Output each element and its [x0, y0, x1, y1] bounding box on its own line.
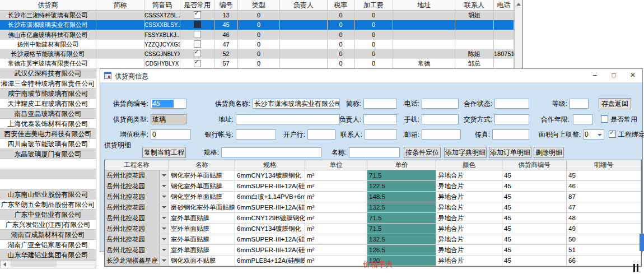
common-use-checkbox[interactable]: 是否常用: [601, 114, 637, 124]
name-filter-input[interactable]: [349, 147, 400, 157]
list-item[interactable]: 武汉亿深科技有限公司: [0, 68, 96, 78]
list-item[interactable]: [0, 169, 96, 179]
detail-row[interactable]: 岳州北控花园 室外单面贴膜 6mmSUPER-III+12A(硅... m² 1…: [105, 245, 641, 256]
list-item[interactable]: 天津耀皮工程玻璃有限公司: [0, 99, 96, 109]
spec-filter-input[interactable]: [221, 147, 321, 157]
mobile-input[interactable]: [422, 114, 459, 124]
maximize-button[interactable]: □: [604, 69, 623, 82]
common-checkbox[interactable]: [194, 60, 201, 67]
list-item[interactable]: 湖南广亚全铝家居有限公司: [0, 240, 96, 250]
table-row[interactable]: 佛山市亿鑫玻璃科技有限公司 FSSYXBLKJ... 46 0 0 0: [0, 30, 514, 40]
bank-input[interactable]: [307, 129, 335, 140]
list-item[interactable]: 咸宁南玻节能玻璃有限公司: [0, 89, 96, 99]
email-input[interactable]: [422, 129, 461, 140]
detail-row[interactable]: 岳州北控花园 钢化室外单面贴膜 6mmCNY134镀膜钢化 m² 71.5 异地…: [105, 170, 641, 181]
fax-input[interactable]: [492, 129, 529, 140]
list-item[interactable]: 湘潭三金特种玻璃有限责任公司: [0, 78, 96, 89]
detail-row[interactable]: 岳州北控花园 钢化室外单面贴膜 6mm白玻+1.14PVB+6mm... m² …: [105, 192, 641, 202]
contact-input[interactable]: [365, 129, 397, 140]
scroll-left-icon[interactable]: [3, 262, 6, 267]
coop-status-input[interactable]: [494, 99, 529, 109]
manager-input[interactable]: [363, 114, 397, 124]
project-dropdown-button[interactable]: [159, 213, 169, 223]
cell-supplier: 扬州中勤建材有限公司: [0, 40, 96, 49]
phone-input[interactable]: [422, 99, 459, 109]
list-item[interactable]: 广东中亚铝业有限公司: [0, 210, 96, 220]
copy-current-project-button[interactable]: 复制当前工程: [142, 147, 186, 158]
project-dropdown-button[interactable]: [159, 234, 169, 244]
delivery-input[interactable]: [494, 114, 529, 124]
bank-account-input[interactable]: [236, 129, 276, 140]
list-item[interactable]: 山东南山铝业股份有限公司: [0, 189, 96, 199]
project-dropdown-button[interactable]: [159, 181, 169, 191]
add-order-detail-button[interactable]: 添加订单明细: [489, 147, 531, 158]
cell-detail-id: 48: [567, 213, 641, 224]
detail-row[interactable]: 岳州北控花园 室外单面贴膜 6mmCNY134镀膜钢化 m² 71.5 异地合片…: [105, 224, 641, 234]
cell-name: 钢化室外单面贴膜: [169, 192, 235, 202]
cell-short-name: [96, 11, 144, 20]
list-item[interactable]: 广东兴发铝业(江西)有限公司: [0, 220, 96, 230]
list-item[interactable]: 东晶玻璃厦门有限公司: [0, 149, 96, 159]
common-checkbox[interactable]: [194, 21, 201, 28]
supplier-type-input[interactable]: 玻璃: [151, 114, 186, 124]
list-item[interactable]: 上海优泰装饰材料有限公司: [0, 119, 96, 129]
table-row[interactable]: 扬州中勤建材有限公司 YZZQJCYXGS 47 0 0 0: [0, 40, 514, 49]
project-dropdown-button[interactable]: [159, 245, 169, 255]
grade-input[interactable]: [570, 99, 589, 109]
round-up-select[interactable]: 0: [583, 129, 604, 140]
locate-by-condition-button[interactable]: 按条件定位: [404, 147, 441, 158]
supplier-name-input[interactable]: 长沙市潇湘玻璃实业有限公司: [253, 99, 340, 109]
dialog-titlebar[interactable]: 供货商信息 – □ ✕: [100, 69, 642, 82]
detail-row[interactable]: 岳州北控花园 室外单面贴膜 6mmCNY129B镀膜钢化 m² 71.5 异地合…: [105, 213, 641, 224]
project-name: 岳州北控花园: [106, 183, 145, 189]
short-name-input[interactable]: [363, 99, 397, 109]
cell-id: 47: [214, 40, 238, 49]
supplier-no-input[interactable]: 45: [151, 99, 186, 109]
address-input[interactable]: [236, 114, 340, 124]
list-item[interactable]: 南昌亚晶玻璃有限公司: [0, 109, 96, 119]
horizontal-scrollbar[interactable]: [0, 260, 96, 268]
list-item[interactable]: [0, 159, 96, 169]
project-dropdown-button[interactable]: [159, 192, 169, 202]
list-item[interactable]: 广东坚朗五金制品股份有限公司: [0, 199, 96, 210]
minimize-button[interactable]: –: [585, 69, 604, 82]
project-bind-checkbox[interactable]: 工程绑定: [609, 129, 644, 140]
list-item[interactable]: [0, 179, 96, 189]
cell-phone: [494, 59, 514, 68]
detail-row[interactable]: 岳州北控花园 钢化室外单面贴膜 6mmSUPER-III+12A(硅... m²…: [105, 181, 641, 192]
table-row[interactable]: 长沙晟格节能玻璃有限公司 CSSGJNBLYXGS 52 0 0 0 陈姐 18…: [0, 49, 514, 59]
common-checkbox[interactable]: [194, 50, 201, 57]
cell-color: 异地合片: [436, 192, 502, 202]
coop-years-input[interactable]: [573, 114, 593, 124]
table-row[interactable]: 长沙市潇湘玻璃实业有限公司 CSSXXBLSY... 45 0 0 0: [0, 20, 514, 30]
project-dropdown-button[interactable]: [159, 170, 169, 180]
detail-grid-header: 工程名称 名称 规格 单位 单价 颜色 供货商编号 明细号: [105, 160, 641, 170]
delete-detail-button[interactable]: 删除明细: [534, 147, 564, 158]
scrollbar-thumb[interactable]: [11, 261, 57, 267]
close-button[interactable]: ✕: [623, 69, 642, 82]
project-name: 岳州北控花园: [106, 193, 145, 200]
save-return-button[interactable]: 存盘返回: [599, 98, 631, 109]
detail-row[interactable]: 岳州北控花园 室外单面贴膜 6mmSUPER-III+12A(硅... m² 1…: [105, 234, 641, 245]
list-item[interactable]: 西安佳吉美电力科技有限公司: [0, 129, 96, 139]
common-checkbox[interactable]: [194, 31, 201, 38]
project-dropdown-button[interactable]: [159, 256, 169, 266]
project-dropdown-button[interactable]: [159, 224, 169, 234]
cell-price: 71.5: [367, 213, 436, 224]
table-row[interactable]: 长沙市三湘特种玻璃有限公司 CSSSXTZBL... 13 0 0 0 胡姐: [0, 11, 514, 20]
common-checkbox[interactable]: [194, 40, 201, 48]
scroll-up-icon[interactable]: [516, 3, 521, 6]
table-row[interactable]: 常德市昊宇玻璃有限责任公司 CDSHYBLYX 57 0 0 0 常德 邹总: [0, 59, 514, 68]
list-item[interactable]: 山东华建铝业集团有限公司: [0, 250, 96, 260]
list-item[interactable]: 四川南玻节能玻璃有限公司: [0, 139, 96, 149]
cell-unit: m²: [305, 234, 367, 245]
vertical-scrollbar[interactable]: [514, 0, 522, 68]
cell-tax: 0: [328, 11, 354, 20]
common-checkbox[interactable]: [194, 11, 201, 18]
detail-row[interactable]: 岳州北控花园 磨砂钢化室外单面贴膜 6mmSUPER-III+12A(硅... …: [105, 202, 641, 213]
cell-contact: [455, 40, 494, 49]
add-dict-detail-button[interactable]: 添加字典明细: [444, 147, 487, 158]
project-dropdown-button[interactable]: [159, 202, 169, 212]
list-item[interactable]: 湖南百成新材料有限公司: [0, 230, 96, 240]
vat-input[interactable]: 0: [151, 129, 191, 140]
